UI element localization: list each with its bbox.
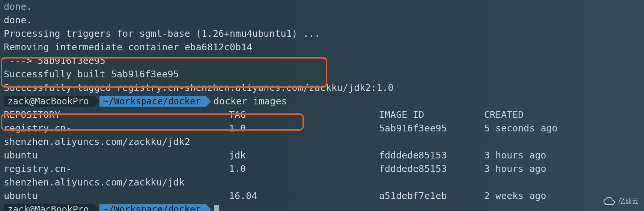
table-cell: 5 seconds ago — [484, 122, 644, 149]
output-line: Successfully built 5ab916f3ee95 — [0, 68, 644, 81]
col-tag: TAG — [229, 108, 379, 122]
table-cell: fdddede85153 — [379, 162, 484, 189]
table-cell: 5ab916f3ee95 — [379, 122, 484, 149]
table-cell: registry.cn-shenzhen.aliyuncs.com/zackku… — [4, 162, 229, 189]
prompt-user-host: zack@MacBookPro — [4, 204, 94, 211]
terminal-window[interactable]: done. done. Processing triggers for sgml… — [0, 0, 644, 211]
prompt-cwd: ~/Workspace/docker — [99, 96, 206, 107]
shell-prompt[interactable]: zack@MacBookPro ~/Workspace/docker docke… — [0, 95, 644, 108]
table-cell: 3 hours ago — [484, 162, 644, 189]
table-cell: jdk — [229, 149, 379, 162]
shell-prompt[interactable]: zack@MacBookPro ~/Workspace/docker — [0, 203, 644, 211]
table-cell: 1.0 — [229, 122, 379, 149]
prompt-cwd: ~/Workspace/docker — [99, 204, 206, 211]
table-cell: fdddede85153 — [379, 149, 484, 162]
table-cell: 1.0 — [229, 162, 379, 189]
table-cell: 3 hours ago — [484, 149, 644, 162]
col-created: CREATED — [484, 108, 644, 122]
command-input[interactable]: docker images — [214, 95, 287, 108]
prompt-user-host: zack@MacBookPro — [4, 96, 94, 107]
table-cell: ubuntu — [4, 189, 229, 203]
table-cell: ubuntu — [4, 149, 229, 162]
output-line: Processing triggers for sgml-base (1.26+… — [0, 27, 644, 41]
watermark-text: 亿速云 — [618, 194, 639, 208]
output-line: Removing intermediate container eba6812c… — [0, 41, 644, 54]
col-image-id: IMAGE ID — [379, 108, 484, 122]
docker-images-table: REPOSITORY TAG IMAGE ID CREATED registry… — [0, 108, 644, 203]
col-repository: REPOSITORY — [4, 108, 229, 122]
cloud-icon — [600, 196, 616, 206]
output-line: done. — [0, 0, 644, 14]
watermark: 亿速云 — [600, 194, 639, 208]
output-line: done. — [0, 14, 644, 27]
table-cell: a51debf7e1eb — [379, 189, 484, 203]
table-cell: 16.04 — [229, 189, 379, 203]
output-line: ---> 5ab916f3ee95 — [0, 54, 644, 68]
output-line: Successfully tagged registry.cn-shenzhen… — [0, 81, 644, 95]
table-cell: registry.cn-shenzhen.aliyuncs.com/zackku… — [4, 122, 229, 149]
cursor-icon — [214, 205, 219, 211]
